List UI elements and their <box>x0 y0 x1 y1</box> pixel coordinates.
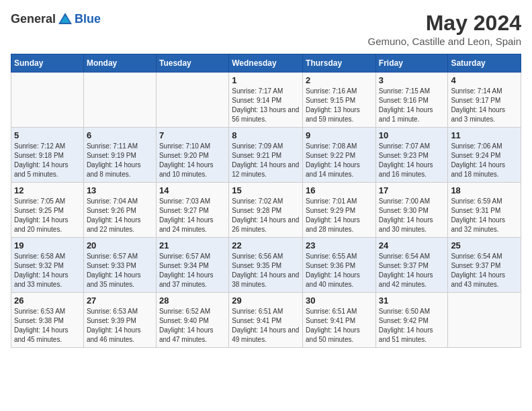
day-number: 1 <box>232 75 300 85</box>
calendar-cell <box>448 293 521 348</box>
calendar-cell: 14Sunrise: 7:03 AM Sunset: 9:27 PM Dayli… <box>156 183 228 238</box>
day-number: 16 <box>306 185 373 195</box>
calendar-cell: 30Sunrise: 6:51 AM Sunset: 9:41 PM Dayli… <box>303 293 376 348</box>
day-number: 6 <box>87 130 153 140</box>
calendar-cell: 24Sunrise: 6:54 AM Sunset: 9:37 PM Dayli… <box>375 238 448 293</box>
calendar-cell: 18Sunrise: 6:59 AM Sunset: 9:31 PM Dayli… <box>448 183 521 238</box>
day-number: 25 <box>451 240 518 250</box>
calendar-cell: 10Sunrise: 7:07 AM Sunset: 9:23 PM Dayli… <box>375 128 448 183</box>
calendar-cell <box>11 73 84 128</box>
day-info: Sunrise: 7:03 AM Sunset: 9:27 PM Dayligh… <box>159 197 226 234</box>
title-area: May 2024 Gemuno, Castille and Leon, Spai… <box>368 11 521 47</box>
day-info: Sunrise: 7:15 AM Sunset: 9:16 PM Dayligh… <box>379 87 445 124</box>
calendar-cell: 17Sunrise: 7:00 AM Sunset: 9:30 PM Dayli… <box>375 183 448 238</box>
logo: General Blue <box>11 11 101 27</box>
day-number: 9 <box>306 130 373 140</box>
day-number: 23 <box>306 240 373 250</box>
calendar-cell: 11Sunrise: 7:06 AM Sunset: 9:24 PM Dayli… <box>448 128 521 183</box>
logo-icon <box>57 11 73 27</box>
calendar-table: SundayMondayTuesdayWednesdayThursdayFrid… <box>11 54 521 348</box>
logo-blue: Blue <box>75 12 101 26</box>
calendar-week-row: 5Sunrise: 7:12 AM Sunset: 9:18 PM Daylig… <box>11 128 521 183</box>
weekday-header: Tuesday <box>156 54 228 73</box>
calendar-cell: 21Sunrise: 6:57 AM Sunset: 9:34 PM Dayli… <box>156 238 228 293</box>
day-info: Sunrise: 7:12 AM Sunset: 9:18 PM Dayligh… <box>14 142 81 179</box>
calendar-body: 1Sunrise: 7:17 AM Sunset: 9:14 PM Daylig… <box>11 73 521 348</box>
weekday-header: Sunday <box>11 54 84 73</box>
day-number: 7 <box>159 130 226 140</box>
calendar-week-row: 12Sunrise: 7:05 AM Sunset: 9:25 PM Dayli… <box>11 183 521 238</box>
day-number: 5 <box>14 130 81 140</box>
calendar-cell: 9Sunrise: 7:08 AM Sunset: 9:22 PM Daylig… <box>303 128 376 183</box>
day-number: 27 <box>87 295 153 306</box>
calendar-cell: 20Sunrise: 6:57 AM Sunset: 9:33 PM Dayli… <box>83 238 156 293</box>
calendar-week-row: 26Sunrise: 6:53 AM Sunset: 9:38 PM Dayli… <box>11 293 521 348</box>
calendar-cell: 23Sunrise: 6:55 AM Sunset: 9:36 PM Dayli… <box>303 238 376 293</box>
day-number: 18 <box>451 185 518 195</box>
calendar-cell: 5Sunrise: 7:12 AM Sunset: 9:18 PM Daylig… <box>11 128 84 183</box>
calendar-cell: 25Sunrise: 6:54 AM Sunset: 9:37 PM Dayli… <box>448 238 521 293</box>
day-number: 14 <box>159 185 226 195</box>
day-info: Sunrise: 6:51 AM Sunset: 9:41 PM Dayligh… <box>232 307 300 345</box>
calendar-cell: 26Sunrise: 6:53 AM Sunset: 9:38 PM Dayli… <box>11 293 84 348</box>
day-number: 21 <box>159 240 226 250</box>
day-info: Sunrise: 7:10 AM Sunset: 9:20 PM Dayligh… <box>159 142 226 179</box>
day-info: Sunrise: 6:57 AM Sunset: 9:34 PM Dayligh… <box>159 252 226 289</box>
day-info: Sunrise: 7:00 AM Sunset: 9:30 PM Dayligh… <box>379 197 445 234</box>
calendar-week-row: 19Sunrise: 6:58 AM Sunset: 9:32 PM Dayli… <box>11 238 521 293</box>
logo-general: General <box>11 12 56 26</box>
day-info: Sunrise: 6:52 AM Sunset: 9:40 PM Dayligh… <box>159 307 226 345</box>
day-info: Sunrise: 6:54 AM Sunset: 9:37 PM Dayligh… <box>451 252 518 289</box>
day-info: Sunrise: 7:07 AM Sunset: 9:23 PM Dayligh… <box>379 142 445 179</box>
day-number: 22 <box>232 240 300 250</box>
calendar-cell: 29Sunrise: 6:51 AM Sunset: 9:41 PM Dayli… <box>229 293 303 348</box>
day-number: 24 <box>379 240 445 250</box>
day-info: Sunrise: 6:53 AM Sunset: 9:38 PM Dayligh… <box>14 307 81 345</box>
day-number: 11 <box>451 130 518 140</box>
day-number: 2 <box>306 75 373 85</box>
calendar-cell: 6Sunrise: 7:11 AM Sunset: 9:19 PM Daylig… <box>83 128 156 183</box>
calendar-cell: 27Sunrise: 6:53 AM Sunset: 9:39 PM Dayli… <box>83 293 156 348</box>
calendar-cell: 15Sunrise: 7:02 AM Sunset: 9:28 PM Dayli… <box>229 183 303 238</box>
day-number: 12 <box>14 185 81 195</box>
day-number: 13 <box>87 185 153 195</box>
day-info: Sunrise: 6:55 AM Sunset: 9:36 PM Dayligh… <box>306 252 373 289</box>
day-info: Sunrise: 6:57 AM Sunset: 9:33 PM Dayligh… <box>87 252 153 289</box>
day-info: Sunrise: 6:56 AM Sunset: 9:35 PM Dayligh… <box>232 252 300 289</box>
day-info: Sunrise: 7:02 AM Sunset: 9:28 PM Dayligh… <box>232 197 300 234</box>
calendar-cell: 31Sunrise: 6:50 AM Sunset: 9:42 PM Dayli… <box>375 293 448 348</box>
day-info: Sunrise: 7:14 AM Sunset: 9:17 PM Dayligh… <box>451 87 518 124</box>
calendar-cell: 4Sunrise: 7:14 AM Sunset: 9:17 PM Daylig… <box>448 73 521 128</box>
calendar-cell <box>83 73 156 128</box>
day-info: Sunrise: 6:50 AM Sunset: 9:42 PM Dayligh… <box>379 307 445 345</box>
header: General Blue May 2024 Gemuno, Castille a… <box>11 11 521 47</box>
day-number: 3 <box>379 75 445 85</box>
day-info: Sunrise: 7:11 AM Sunset: 9:19 PM Dayligh… <box>87 142 153 179</box>
day-number: 8 <box>232 130 300 140</box>
day-number: 10 <box>379 130 445 140</box>
calendar-cell: 2Sunrise: 7:16 AM Sunset: 9:15 PM Daylig… <box>303 73 376 128</box>
day-info: Sunrise: 7:06 AM Sunset: 9:24 PM Dayligh… <box>451 142 518 179</box>
day-info: Sunrise: 7:05 AM Sunset: 9:25 PM Dayligh… <box>14 197 81 234</box>
location-title: Gemuno, Castille and Leon, Spain <box>368 36 521 47</box>
day-info: Sunrise: 7:16 AM Sunset: 9:15 PM Dayligh… <box>306 87 373 124</box>
day-number: 17 <box>379 185 445 195</box>
day-number: 19 <box>14 240 81 250</box>
calendar-week-row: 1Sunrise: 7:17 AM Sunset: 9:14 PM Daylig… <box>11 73 521 128</box>
month-title: May 2024 <box>368 11 521 36</box>
day-info: Sunrise: 6:58 AM Sunset: 9:32 PM Dayligh… <box>14 252 81 289</box>
calendar-cell: 12Sunrise: 7:05 AM Sunset: 9:25 PM Dayli… <box>11 183 84 238</box>
day-number: 28 <box>159 295 226 306</box>
calendar-cell: 28Sunrise: 6:52 AM Sunset: 9:40 PM Dayli… <box>156 293 228 348</box>
calendar-cell: 7Sunrise: 7:10 AM Sunset: 9:20 PM Daylig… <box>156 128 228 183</box>
day-info: Sunrise: 7:09 AM Sunset: 9:21 PM Dayligh… <box>232 142 300 179</box>
calendar-cell: 13Sunrise: 7:04 AM Sunset: 9:26 PM Dayli… <box>83 183 156 238</box>
day-info: Sunrise: 6:53 AM Sunset: 9:39 PM Dayligh… <box>87 307 153 345</box>
weekday-header: Friday <box>375 54 448 73</box>
day-info: Sunrise: 6:59 AM Sunset: 9:31 PM Dayligh… <box>451 197 518 234</box>
weekday-header: Monday <box>83 54 156 73</box>
calendar-cell: 1Sunrise: 7:17 AM Sunset: 9:14 PM Daylig… <box>229 73 303 128</box>
day-number: 4 <box>451 75 518 85</box>
day-info: Sunrise: 7:08 AM Sunset: 9:22 PM Dayligh… <box>306 142 373 179</box>
weekday-row: SundayMondayTuesdayWednesdayThursdayFrid… <box>11 54 521 73</box>
